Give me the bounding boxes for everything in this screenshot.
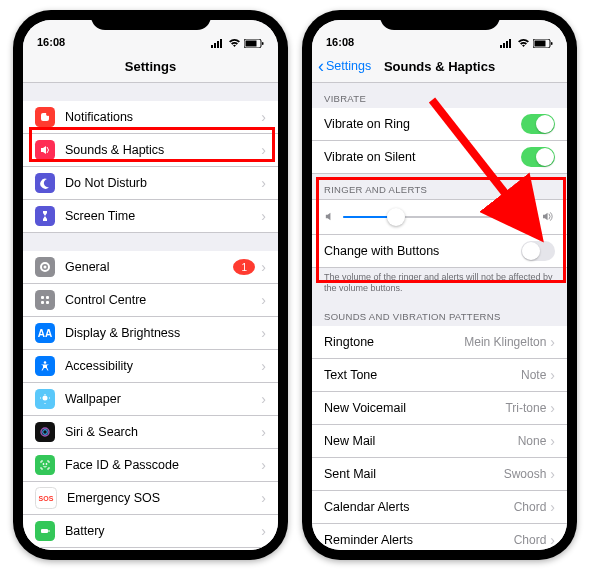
svg-point-10 xyxy=(44,266,47,269)
accessibility-icon xyxy=(35,356,55,376)
row-value: Swoosh xyxy=(504,467,547,481)
row-label: Change with Buttons xyxy=(324,244,521,258)
header-ringer: RINGER AND ALERTS xyxy=(312,174,567,199)
row-battery[interactable]: Battery › xyxy=(23,515,278,548)
chevron-right-icon: › xyxy=(550,334,555,350)
toggle-vibrate-ring[interactable] xyxy=(521,114,555,134)
row-label: Control Centre xyxy=(65,293,261,307)
wifi-icon xyxy=(517,39,530,48)
row-value: Tri-tone xyxy=(505,401,546,415)
nav-bar: ‹ Settings Sounds & Haptics xyxy=(312,50,567,83)
page-title: Settings xyxy=(125,59,176,74)
row-label: Sent Mail xyxy=(324,467,504,481)
svg-point-18 xyxy=(43,430,48,435)
screentime-icon xyxy=(35,206,55,226)
row-label: Do Not Disturb xyxy=(65,176,261,190)
row-new-voicemail[interactable]: New Voicemail Tri-tone › xyxy=(312,392,567,425)
chevron-right-icon: › xyxy=(550,466,555,482)
row-accessibility[interactable]: Accessibility › xyxy=(23,350,278,383)
row-label: Vibrate on Silent xyxy=(324,150,521,164)
chevron-right-icon: › xyxy=(261,109,266,125)
row-notifications[interactable]: Notifications › xyxy=(23,101,278,134)
footer-ringer: The volume of the ringer and alerts will… xyxy=(312,268,567,301)
row-text-tone[interactable]: Text Tone Note › xyxy=(312,359,567,392)
row-value: None xyxy=(518,434,547,448)
status-time: 16:08 xyxy=(326,36,354,48)
volume-slider[interactable] xyxy=(343,216,534,218)
battery-icon-row xyxy=(35,521,55,541)
display-icon: AA xyxy=(35,323,55,343)
row-value: Mein Klingelton xyxy=(464,335,546,349)
chevron-right-icon: › xyxy=(261,391,266,407)
row-face-id[interactable]: Face ID & Passcode › xyxy=(23,449,278,482)
control-centre-icon xyxy=(35,290,55,310)
chevron-right-icon: › xyxy=(550,400,555,416)
row-siri-search[interactable]: Siri & Search › xyxy=(23,416,278,449)
gear-icon xyxy=(35,257,55,277)
chevron-right-icon: › xyxy=(550,367,555,383)
chevron-right-icon: › xyxy=(261,523,266,539)
chevron-right-icon: › xyxy=(261,208,266,224)
svg-point-15 xyxy=(44,361,47,364)
row-control-centre[interactable]: Control Centre › xyxy=(23,284,278,317)
row-reminder-alerts[interactable]: Reminder Alerts Chord › xyxy=(312,524,567,551)
nav-bar: Settings xyxy=(23,50,278,83)
wifi-icon xyxy=(228,39,241,48)
svg-rect-29 xyxy=(551,42,553,45)
row-wallpaper[interactable]: Wallpaper › xyxy=(23,383,278,416)
row-label: Siri & Search xyxy=(65,425,261,439)
svg-rect-24 xyxy=(503,43,505,48)
chevron-right-icon: › xyxy=(261,490,266,506)
row-label: Notifications xyxy=(65,110,261,124)
row-emergency-sos[interactable]: SOS Emergency SOS › xyxy=(23,482,278,515)
row-do-not-disturb[interactable]: Do Not Disturb › xyxy=(23,167,278,200)
row-privacy[interactable]: Privacy › xyxy=(23,548,278,550)
svg-point-16 xyxy=(43,396,48,401)
battery-icon xyxy=(533,39,553,48)
row-display-brightness[interactable]: AA Display & Brightness › xyxy=(23,317,278,350)
row-new-mail[interactable]: New Mail None › xyxy=(312,425,567,458)
row-label: New Mail xyxy=(324,434,518,448)
chevron-right-icon: › xyxy=(261,358,266,374)
row-sent-mail[interactable]: Sent Mail Swoosh › xyxy=(312,458,567,491)
header-vibrate: VIBRATE xyxy=(312,83,567,108)
signal-icon xyxy=(211,39,225,48)
row-value: Note xyxy=(521,368,546,382)
notifications-icon xyxy=(35,107,55,127)
page-title: Sounds & Haptics xyxy=(384,59,495,74)
row-label: Emergency SOS xyxy=(67,491,261,505)
chevron-right-icon: › xyxy=(261,292,266,308)
toggle-change-with-buttons[interactable] xyxy=(521,241,555,261)
settings-list[interactable]: Notifications › Sounds & Haptics › Do No… xyxy=(23,83,278,550)
svg-rect-0 xyxy=(211,45,213,48)
row-vibrate-on-ring[interactable]: Vibrate on Ring xyxy=(312,108,567,141)
row-change-with-buttons[interactable]: Change with Buttons xyxy=(312,235,567,268)
row-label: Screen Time xyxy=(65,209,261,223)
row-label: Reminder Alerts xyxy=(324,533,514,547)
row-vibrate-on-silent[interactable]: Vibrate on Silent xyxy=(312,141,567,174)
svg-rect-3 xyxy=(220,39,222,48)
svg-rect-26 xyxy=(509,39,511,48)
svg-point-20 xyxy=(46,463,47,464)
dnd-icon xyxy=(35,173,55,193)
svg-rect-25 xyxy=(506,41,508,48)
notch xyxy=(91,10,211,30)
row-label: Calendar Alerts xyxy=(324,500,514,514)
row-sounds-haptics[interactable]: Sounds & Haptics › xyxy=(23,134,278,167)
row-ringtone[interactable]: Ringtone Mein Klingelton › xyxy=(312,326,567,359)
svg-rect-22 xyxy=(49,530,50,532)
row-label: Vibrate on Ring xyxy=(324,117,521,131)
row-screen-time[interactable]: Screen Time › xyxy=(23,200,278,233)
row-value: Chord xyxy=(514,500,547,514)
svg-rect-28 xyxy=(535,41,546,47)
row-label: Ringtone xyxy=(324,335,464,349)
wallpaper-icon xyxy=(35,389,55,409)
row-general[interactable]: General 1 › xyxy=(23,251,278,284)
row-calendar-alerts[interactable]: Calendar Alerts Chord › xyxy=(312,491,567,524)
toggle-vibrate-silent[interactable] xyxy=(521,147,555,167)
sounds-list[interactable]: VIBRATE Vibrate on Ring Vibrate on Silen… xyxy=(312,83,567,550)
row-label: Wallpaper xyxy=(65,392,261,406)
svg-rect-5 xyxy=(246,41,257,47)
back-button[interactable]: ‹ Settings xyxy=(318,57,371,75)
chevron-right-icon: › xyxy=(261,259,266,275)
